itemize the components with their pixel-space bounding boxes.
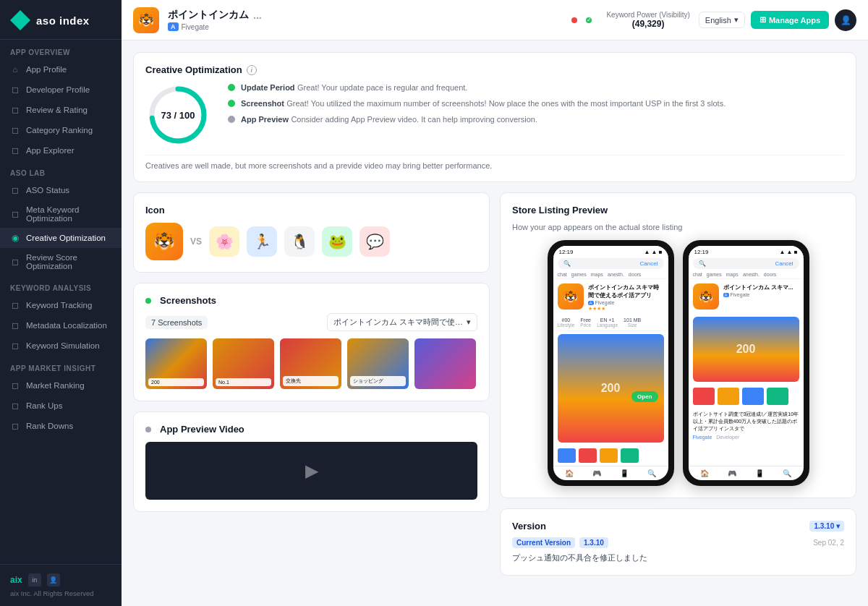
phone-bottom-nav: 🏠 🎮 📱 🔍 bbox=[553, 466, 668, 480]
screenshots-dropdown[interactable]: ポイントインカム スキマ時間で使えるポイ活アプリ ▾ bbox=[327, 313, 477, 331]
version-header: Version 1.3.10 ▾ bbox=[512, 521, 844, 532]
right-column: Store Listing Preview How your app appea… bbox=[500, 192, 856, 576]
sidebar: aso index App Overview ⌂ App Profile ◻ D… bbox=[0, 0, 122, 606]
competitor-icon-4: 🐸 bbox=[322, 226, 352, 257]
phone-screenshot-area-2: 200 bbox=[693, 317, 799, 382]
phone-app-icon-1: 🐯 bbox=[558, 283, 584, 310]
language-selector[interactable]: English ▾ bbox=[699, 12, 745, 28]
phone-bottom-nav-2: 🏠 🎮 📱 🔍 bbox=[689, 466, 804, 480]
phone-app-row-1: 🐯 ポイントインカム スキマ時間で使えるポイ活アプリ A Fivegate ★★… bbox=[553, 279, 668, 316]
phone-app-info-1: ポイントインカム スキマ時間で使えるポイ活アプリ A Fivegate ★★★★ bbox=[588, 283, 664, 312]
phone-tabs-2: chat games maps anesth. doors bbox=[689, 270, 804, 279]
vs-label: VS bbox=[190, 236, 202, 247]
star-icon: ◻ bbox=[10, 105, 20, 115]
topbar-right: English ▾ ⊞ Manage Apps 👤 bbox=[699, 9, 856, 31]
user-avatar[interactable]: 👤 bbox=[835, 9, 856, 31]
sidebar-item-rank-downs[interactable]: ◻ Rank Downs bbox=[0, 416, 122, 436]
phone-mini-thumbnails bbox=[553, 445, 668, 466]
search-icon-2: 🔍 bbox=[699, 260, 706, 267]
open-button[interactable]: Open bbox=[631, 391, 658, 402]
version-date: Sep 02, 2 bbox=[813, 539, 844, 547]
phone-previews: 12:19 ▲ ▲ ■ 🔍 Cancel chat bbox=[512, 240, 844, 486]
video-preview[interactable]: ▶ bbox=[145, 442, 477, 500]
chevron-down-icon: ▾ bbox=[467, 317, 471, 327]
store-badge: A bbox=[168, 22, 179, 31]
sidebar-item-metadata-localization[interactable]: ◻ Metadata Localization bbox=[0, 315, 122, 336]
footer-copyright: aix Inc. All Rights Reserved bbox=[10, 589, 111, 597]
sidebar-item-category-ranking[interactable]: ◻ Category Ranking bbox=[0, 120, 122, 140]
globe-icon: ◻ bbox=[10, 320, 20, 330]
section-label-keyword-analysis: Keyword Analysis bbox=[0, 276, 122, 295]
user-icon[interactable]: 👤 bbox=[47, 573, 60, 586]
palette-icon: ◉ bbox=[10, 233, 20, 243]
version-info-row: Current Version 1.3.10 Sep 02, 2 bbox=[512, 537, 844, 548]
sidebar-item-developer-profile[interactable]: ◻ Developer Profile bbox=[0, 80, 122, 100]
phone-stars-1: ★★★★ bbox=[588, 306, 664, 312]
icon-section: 🐯 VS 🌸 🏃 🐧 🐸 💬 bbox=[145, 223, 477, 260]
icon-card: Icon 🐯 VS 🌸 🏃 🐧 🐸 💬 bbox=[133, 192, 490, 273]
sidebar-item-aso-status[interactable]: ◻ ASO Status bbox=[0, 180, 122, 200]
topbar: 🐯 ポイントインカム ... A Fivegate ✓ Keyword Powe… bbox=[122, 0, 868, 40]
competitor-icon-2: 🏃 bbox=[247, 226, 277, 257]
arrow-up-icon: ◻ bbox=[10, 401, 20, 411]
left-column: Icon 🐯 VS 🌸 🏃 🐧 🐸 💬 bbox=[133, 192, 490, 576]
sidebar-item-keyword-simulation[interactable]: ◻ Keyword Simulation bbox=[0, 336, 122, 356]
sidebar-footer: aix in 👤 aix Inc. All Rights Reserved bbox=[0, 564, 122, 606]
sidebar-item-app-explorer[interactable]: ◻ App Explorer bbox=[0, 140, 122, 161]
key-icon: ◻ bbox=[10, 209, 20, 219]
sidebar-item-creative-optimization[interactable]: ◉ Creative Optimization bbox=[0, 228, 122, 248]
competitor-icon-5: 💬 bbox=[359, 226, 390, 257]
version-number: 1.3.10 bbox=[579, 537, 608, 548]
version-title: Version bbox=[512, 521, 546, 532]
cancel-button-1[interactable]: Cancel bbox=[640, 260, 658, 267]
sidebar-item-review-score[interactable]: ◻ Review Score Optimization bbox=[0, 248, 122, 276]
store-preview-subtitle: How your app appears on the actual store… bbox=[512, 223, 844, 231]
main-app-icon: 🐯 bbox=[145, 223, 183, 260]
phone-search-bar-2[interactable]: 🔍 Cancel bbox=[693, 258, 799, 269]
phone-frame-1: 12:19 ▲ ▲ ■ 🔍 Cancel chat bbox=[548, 240, 674, 486]
section-dot-video bbox=[145, 427, 151, 432]
section-label-app-overview: App Overview bbox=[0, 40, 122, 59]
trophy-icon: ◻ bbox=[10, 380, 20, 391]
legend-update-period: Update Period Great! Your update pace is… bbox=[228, 82, 844, 93]
legend-dot-preview bbox=[228, 116, 235, 123]
sidebar-item-review-rating[interactable]: ◻ Review & Rating bbox=[0, 100, 122, 120]
version-dropdown[interactable]: 1.3.10 ▾ bbox=[809, 521, 844, 532]
creative-opt-title: Creative Optimization i bbox=[145, 64, 844, 75]
phone-app-row-2: 🐯 ポイントインカム スキマ... A Fivegate bbox=[689, 279, 804, 314]
phone-screenshot-area-1: 200 bbox=[558, 334, 664, 443]
sidebar-item-keyword-tracking[interactable]: ◻ Keyword Tracking bbox=[0, 295, 122, 315]
sidebar-item-meta-keyword[interactable]: ◻ Meta Keyword Optimization bbox=[0, 200, 122, 228]
competitor-icon-3: 🐧 bbox=[284, 226, 315, 257]
screenshot-thumb-5 bbox=[414, 338, 476, 389]
manage-apps-button[interactable]: ⊞ Manage Apps bbox=[751, 11, 829, 29]
store-badge-phone2: A bbox=[723, 293, 729, 297]
phone-app-info-2: ポイントインカム スキマ... A Fivegate bbox=[723, 283, 799, 297]
legend-dot-screenshot bbox=[228, 100, 235, 107]
screenshots-card: Screenshots 7 Screenshots ポイントインカム スキマ時間… bbox=[133, 283, 490, 401]
phone-stats-1: #00Lifestyle FreePrice EN +1Language 101… bbox=[553, 316, 668, 331]
two-col-layout: Icon 🐯 VS 🌸 🏃 🐧 🐸 💬 bbox=[133, 192, 856, 576]
keyword-power-block: Keyword Power (Visibility) (49,329) bbox=[606, 11, 689, 29]
content-area: Creative Optimization i 73 / 100 Update … bbox=[122, 40, 868, 606]
info-icon[interactable]: i bbox=[247, 65, 257, 75]
app-title-block: ポイントインカム ... A Fivegate bbox=[168, 9, 563, 31]
sidebar-item-rank-ups[interactable]: ◻ Rank Ups bbox=[0, 396, 122, 416]
sidebar-item-market-ranking[interactable]: ◻ Market Ranking bbox=[0, 375, 122, 396]
list-icon: ◻ bbox=[10, 185, 20, 195]
version-card: Version 1.3.10 ▾ Current Version 1.3.10 bbox=[500, 508, 856, 576]
sidebar-item-app-profile[interactable]: ⌂ App Profile bbox=[0, 59, 122, 80]
phone-open-area bbox=[553, 445, 668, 466]
linkedin-icon[interactable]: in bbox=[28, 573, 41, 586]
phone-screen-2: 12:19 ▲ ▲ ■ 🔍 Cancel chat bbox=[689, 246, 804, 480]
cancel-button-2[interactable]: Cancel bbox=[775, 260, 793, 267]
icon-title: Icon bbox=[145, 205, 477, 215]
creative-optimization-card: Creative Optimization i 73 / 100 Update … bbox=[133, 52, 856, 182]
sidebar-logo[interactable]: aso index bbox=[0, 0, 122, 40]
store-badge-phone1: A bbox=[588, 301, 594, 305]
app-more-button[interactable]: ... bbox=[253, 9, 262, 21]
phone-statusbar-1: 12:19 ▲ ▲ ■ bbox=[553, 246, 668, 257]
status-dot-green: ✓ bbox=[586, 17, 592, 23]
screenshot-thumb-3: 交換先 bbox=[280, 338, 341, 389]
phone-search-bar-1[interactable]: 🔍 Cancel bbox=[558, 258, 664, 269]
